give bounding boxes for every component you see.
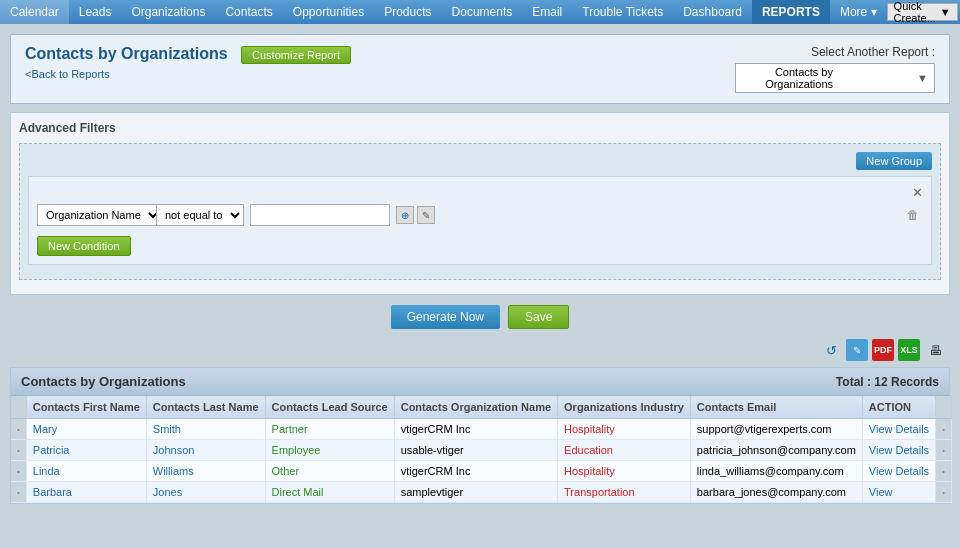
print-icon[interactable]: 🖶 [924,339,946,361]
edit-report-icon[interactable]: ✎ [846,339,868,361]
select-report-section: Select Another Report : Contacts by Orga… [735,45,935,93]
industry-link[interactable]: Transportation [564,486,635,498]
nav-calendar[interactable]: Calendar [0,0,69,24]
row-dot-right: • [936,482,952,503]
main-content: Contacts by Organizations Customize Repo… [0,24,960,548]
nav-contacts[interactable]: Contacts [215,0,282,24]
last-name-link[interactable]: Jones [153,486,182,498]
filter-group: New Group ✕ Organization Name First Name… [19,143,941,280]
filter-field-select[interactable]: Organization Name First Name Last Name E… [37,204,162,226]
xls-export-icon[interactable]: XLS [898,339,920,361]
cell-industry: Hospitality [558,419,691,440]
pdf-export-icon[interactable]: PDF [872,339,894,361]
filter-close-icon[interactable]: ✕ [912,185,923,200]
filter-edit-icon[interactable]: ✎ [417,206,435,224]
cell-industry: Hospitality [558,461,691,482]
last-name-link[interactable]: Johnson [153,444,195,456]
first-name-link[interactable]: Patricia [33,444,70,456]
col-first-name: Contacts First Name [26,396,146,419]
last-name-link[interactable]: Smith [153,423,181,435]
row-dot-left: • [11,440,26,461]
first-name-link[interactable]: Mary [33,423,57,435]
cell-email: patricia_johnson@company.com [690,440,862,461]
results-card: Contacts by Organizations Total : 12 Rec… [10,367,950,504]
nav-opportunities[interactable]: Opportunities [283,0,374,24]
col-action: ACTION [862,396,935,419]
cell-action: View Details [862,461,935,482]
action-link[interactable]: View Details [869,423,929,435]
selected-report-value: Contacts by Organizations [742,66,833,90]
report-title: Contacts by Organizations [25,45,228,63]
col-dots-left [11,396,26,419]
nav-trouble-tickets[interactable]: Trouble Tickets [572,0,673,24]
cell-first-name: Mary [26,419,146,440]
cell-last-name: Jones [146,482,265,503]
filters-title: Advanced Filters [19,121,941,135]
nav-reports[interactable]: REPORTS [752,0,830,24]
cell-lead-source: Partner [265,419,394,440]
cell-lead-source: Other [265,461,394,482]
customize-report-button[interactable]: Customize Report [241,46,351,64]
cell-action: View Details [862,440,935,461]
row-dot-left: • [11,461,26,482]
cell-industry: Transportation [558,482,691,503]
nav-email[interactable]: Email [522,0,572,24]
filter-copy-icon[interactable]: ⊕ [396,206,414,224]
nav-leads[interactable]: Leads [69,0,122,24]
lead-source-link[interactable]: Partner [272,423,308,435]
action-link[interactable]: View [869,486,893,498]
cell-lead-source: Employee [265,440,394,461]
industry-link[interactable]: Education [564,444,613,456]
cell-org-name: samplevtiger [394,482,557,503]
filter-value-input[interactable] [250,204,390,226]
cell-org-name: vtigerCRM Inc [394,419,557,440]
col-lead-source: Contacts Lead Source [265,396,394,419]
filter-delete-icon[interactable]: 🗑 [907,208,919,222]
reload-icon[interactable]: ↺ [820,339,842,361]
cell-first-name: Linda [26,461,146,482]
nav-dashboard[interactable]: Dashboard [673,0,752,24]
last-name-link[interactable]: Williams [153,465,194,477]
cell-first-name: Barbara [26,482,146,503]
first-name-link[interactable]: Barbara [33,486,72,498]
industry-link[interactable]: Hospitality [564,423,615,435]
filter-operator-select[interactable]: not equal to equal to contains starts wi… [156,204,244,226]
col-org-name: Contacts Organization Name [394,396,557,419]
cell-email: barbara_jones@company.com [690,482,862,503]
new-group-button[interactable]: New Group [856,152,932,170]
nav-products[interactable]: Products [374,0,441,24]
row-dot-left: • [11,482,26,503]
table-row: • Linda Williams Other vtigerCRM Inc Hos… [11,461,951,482]
filter-inputs-row: Organization Name First Name Last Name E… [37,204,923,226]
new-condition-button[interactable]: New Condition [37,236,131,256]
cell-org-name: vtigerCRM Inc [394,461,557,482]
nav-organizations[interactable]: Organizations [121,0,215,24]
lead-source-link[interactable]: Other [272,465,300,477]
cell-lead-source: Direct Mail [265,482,394,503]
row-dot-right: • [936,419,952,440]
industry-link[interactable]: Hospitality [564,465,615,477]
quick-create-arrow-icon: ▼ [940,6,951,18]
filter-action-icons: ⊕ ✎ [396,206,435,224]
nav-documents[interactable]: Documents [442,0,523,24]
action-link[interactable]: View Details [869,444,929,456]
table-row: • Mary Smith Partner vtigerCRM Inc Hospi… [11,419,951,440]
back-to-reports-link[interactable]: <Back to Reports [25,68,351,80]
results-table: Contacts First Name Contacts Last Name C… [11,396,952,503]
cell-first-name: Patricia [26,440,146,461]
results-header: Contacts by Organizations Total : 12 Rec… [11,368,949,396]
col-dots-right [936,396,952,419]
action-link[interactable]: View Details [869,465,929,477]
nav-more[interactable]: More ▾ [830,0,887,24]
first-name-link[interactable]: Linda [33,465,60,477]
select-report-dropdown[interactable]: Contacts by Organizations ▼ [735,63,935,93]
lead-source-link[interactable]: Direct Mail [272,486,324,498]
cell-industry: Education [558,440,691,461]
lead-source-link[interactable]: Employee [272,444,321,456]
report-header: Contacts by Organizations Customize Repo… [10,34,950,104]
generate-now-button[interactable]: Generate Now [391,305,500,329]
save-button[interactable]: Save [508,305,569,329]
filter-close-row: ✕ [37,185,923,200]
quick-create-dropdown[interactable]: Quick Create... ▼ [887,3,958,21]
results-total-count: Total : 12 Records [836,375,939,389]
